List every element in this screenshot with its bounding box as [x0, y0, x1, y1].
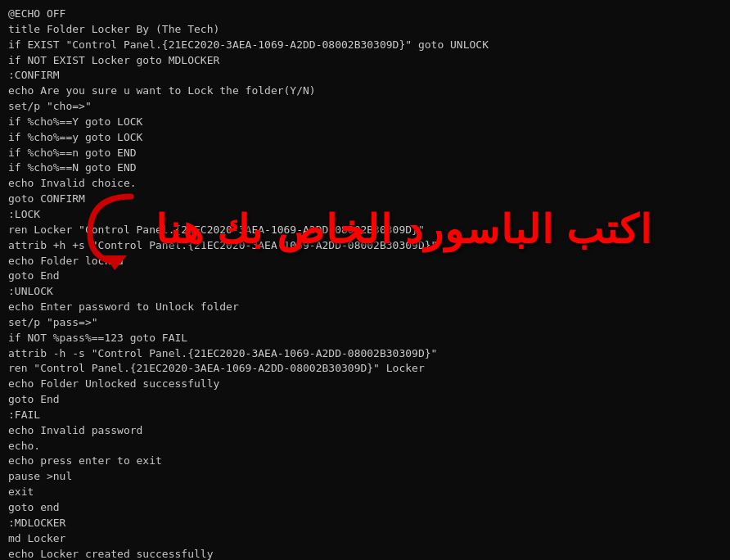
code-content: @ECHO OFF title Folder Locker By (The Te… — [8, 7, 722, 560]
